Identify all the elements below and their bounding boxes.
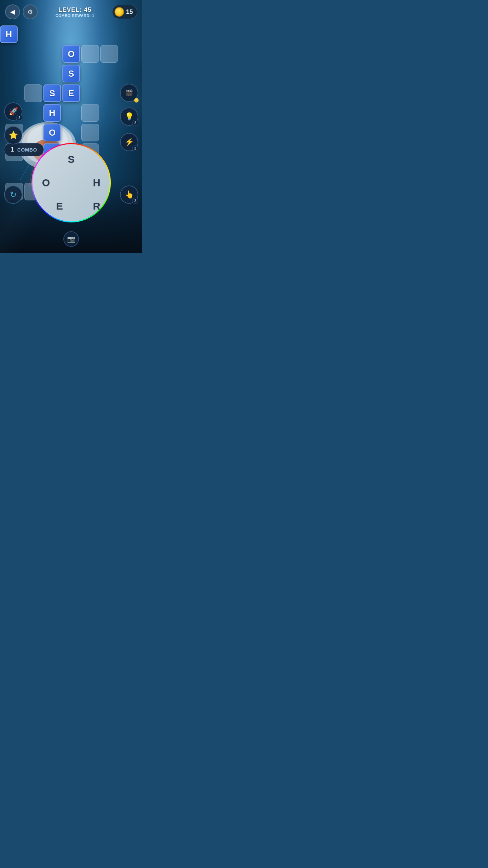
video-button[interactable]: 🎬 🪙 bbox=[120, 84, 138, 102]
wheel-letter-H: H bbox=[93, 177, 100, 189]
lightning-button[interactable]: ⚡ 2 bbox=[120, 133, 138, 151]
lightning-badge: 2 bbox=[132, 145, 138, 151]
cell-E-4-3: E bbox=[62, 84, 80, 102]
cell-empty-6-1 bbox=[100, 45, 118, 63]
cell-H-3-4: H bbox=[43, 104, 61, 122]
coin-count: 15 bbox=[126, 8, 133, 16]
level-label: LEVEL: 45 bbox=[56, 6, 94, 14]
combo-count: 1 bbox=[11, 146, 14, 153]
video-icon: 🎬 bbox=[125, 89, 133, 97]
header-left-buttons: ◀ ⚙ bbox=[5, 4, 38, 19]
cell-O-3-5: O bbox=[43, 124, 61, 141]
settings-button[interactable]: ⚙ bbox=[23, 4, 38, 19]
settings-icon: ⚙ bbox=[27, 8, 33, 16]
cell-empty-5-1 bbox=[81, 45, 99, 63]
letter-wheel[interactable]: S O H E R bbox=[32, 143, 111, 222]
coin-badge: ⭐ 15 bbox=[112, 5, 137, 19]
star-button[interactable]: ⭐ bbox=[4, 126, 22, 144]
refresh-button[interactable]: ↻ bbox=[4, 185, 22, 204]
wheel-letter-S: S bbox=[68, 154, 75, 165]
back-icon: ◀ bbox=[10, 8, 15, 16]
rocket-button[interactable]: 🚀 2 bbox=[4, 102, 22, 121]
cell-H-4-0: H bbox=[0, 25, 18, 43]
cell-empty-5-5 bbox=[81, 124, 99, 141]
cell-S-4-2: S bbox=[62, 65, 80, 82]
rocket-icon: 🚀 bbox=[9, 107, 18, 116]
bulb-button[interactable]: 💡 2 bbox=[120, 107, 138, 126]
bulb-badge: 2 bbox=[132, 120, 138, 126]
camera-button[interactable]: 📷 bbox=[63, 231, 79, 247]
finger-badge: 2 bbox=[132, 198, 138, 204]
star-icon: ⭐ bbox=[9, 131, 18, 140]
back-button[interactable]: ◀ bbox=[5, 4, 20, 19]
wheel-letter-R: R bbox=[93, 200, 100, 212]
bulb-icon: 💡 bbox=[125, 112, 134, 121]
cell-empty-2-3 bbox=[24, 84, 42, 102]
header: ◀ ⚙ LEVEL: 45 COMBO REWARD: 1 ⭐ 15 bbox=[0, 0, 142, 24]
wheel-letter-O: O bbox=[42, 177, 50, 189]
combo-reward-label: COMBO REWARD: 1 bbox=[56, 14, 94, 18]
finger-icon: 👆 bbox=[125, 190, 134, 199]
wheel-letter-E: E bbox=[56, 200, 63, 212]
finger-button[interactable]: 👆 2 bbox=[120, 185, 138, 204]
refresh-icon: ↻ bbox=[10, 190, 17, 199]
cell-empty-5-4 bbox=[81, 104, 99, 122]
coin-icon: ⭐ bbox=[115, 7, 124, 17]
cell-S-3-3: S bbox=[43, 84, 61, 102]
header-title: LEVEL: 45 COMBO REWARD: 1 bbox=[56, 6, 94, 18]
rocket-badge: 2 bbox=[16, 115, 22, 121]
lightning-icon: ⚡ bbox=[125, 138, 134, 146]
coin-stack: 🪙 bbox=[134, 98, 139, 103]
cell-O-4-1: O bbox=[62, 45, 80, 63]
camera-icon: 📷 bbox=[67, 235, 76, 243]
